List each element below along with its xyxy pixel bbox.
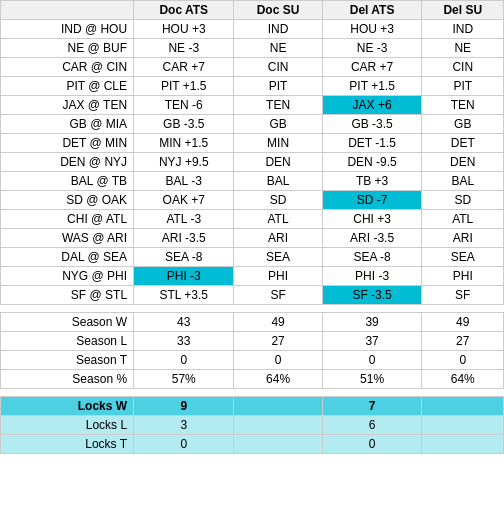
game-label: WAS @ ARI (1, 229, 134, 248)
del-su-value: SF (422, 286, 504, 305)
doc-ats-value: PIT +1.5 (134, 77, 234, 96)
doc-ats-value: TEN -6 (134, 96, 234, 115)
game-label: SF @ STL (1, 286, 134, 305)
del-ats-value: SF -3.5 (322, 286, 422, 305)
locks-t-row: Locks T 0 0 (1, 435, 504, 454)
doc-su-value: SF (234, 286, 322, 305)
del-ats-value: NE -3 (322, 39, 422, 58)
game-label: GB @ MIA (1, 115, 134, 134)
game-row: CAR @ CINCAR +7CINCAR +7CIN (1, 58, 504, 77)
doc-su-value: PIT (234, 77, 322, 96)
doc-ats-value: PHI -3 (134, 267, 234, 286)
season-l-del-su: 27 (422, 332, 504, 351)
game-row: NE @ BUFNE -3NENE -3NE (1, 39, 504, 58)
del-su-value: SD (422, 191, 504, 210)
locks-l-label: Locks L (1, 416, 134, 435)
header-del-su: Del SU (422, 1, 504, 20)
game-row: SD @ OAKOAK +7SDSD -7SD (1, 191, 504, 210)
game-label: CHI @ ATL (1, 210, 134, 229)
del-su-value: TEN (422, 96, 504, 115)
del-ats-value: CHI +3 (322, 210, 422, 229)
locks-l-del-ats: 6 (322, 416, 422, 435)
game-row: CHI @ ATLATL -3ATLCHI +3ATL (1, 210, 504, 229)
doc-su-value: SD (234, 191, 322, 210)
doc-ats-value: NYJ +9.5 (134, 153, 234, 172)
del-su-value: BAL (422, 172, 504, 191)
locks-l-del-su (422, 416, 504, 435)
locks-l-doc-ats: 3 (134, 416, 234, 435)
locks-header-row: Locks W 9 7 (1, 397, 504, 416)
season-l-doc-ats: 33 (134, 332, 234, 351)
season-pct-doc-su: 64% (234, 370, 322, 389)
del-su-value: PIT (422, 77, 504, 96)
season-t-doc-su: 0 (234, 351, 322, 370)
locks-w-label: Locks W (1, 397, 134, 416)
locks-w-del-su (422, 397, 504, 416)
doc-su-value: GB (234, 115, 322, 134)
season-pct-row: Season % 57% 64% 51% 64% (1, 370, 504, 389)
del-su-value: GB (422, 115, 504, 134)
locks-w-doc-su (234, 397, 322, 416)
doc-su-value: ATL (234, 210, 322, 229)
game-label: IND @ HOU (1, 20, 134, 39)
doc-su-value: MIN (234, 134, 322, 153)
header-del-ats: Del ATS (322, 1, 422, 20)
del-su-value: IND (422, 20, 504, 39)
season-l-doc-su: 27 (234, 332, 322, 351)
del-su-value: PHI (422, 267, 504, 286)
locks-l-row: Locks L 3 6 (1, 416, 504, 435)
locks-w-del-ats: 7 (322, 397, 422, 416)
del-su-value: ATL (422, 210, 504, 229)
del-ats-value: SEA -8 (322, 248, 422, 267)
game-row: BAL @ TBBAL -3BALTB +3BAL (1, 172, 504, 191)
game-label: CAR @ CIN (1, 58, 134, 77)
doc-su-value: BAL (234, 172, 322, 191)
del-ats-value: CAR +7 (322, 58, 422, 77)
doc-su-value: TEN (234, 96, 322, 115)
doc-ats-value: MIN +1.5 (134, 134, 234, 153)
season-w-del-ats: 39 (322, 313, 422, 332)
del-ats-value: SD -7 (322, 191, 422, 210)
doc-ats-value: HOU +3 (134, 20, 234, 39)
game-row: PIT @ CLEPIT +1.5PITPIT +1.5PIT (1, 77, 504, 96)
doc-ats-value: ARI -3.5 (134, 229, 234, 248)
header-doc-su: Doc SU (234, 1, 322, 20)
doc-ats-value: OAK +7 (134, 191, 234, 210)
del-su-value: NE (422, 39, 504, 58)
season-w-del-su: 49 (422, 313, 504, 332)
game-label: BAL @ TB (1, 172, 134, 191)
game-row: WAS @ ARIARI -3.5ARIARI -3.5ARI (1, 229, 504, 248)
season-pct-del-ats: 51% (322, 370, 422, 389)
del-ats-value: ARI -3.5 (322, 229, 422, 248)
del-su-value: CIN (422, 58, 504, 77)
season-t-row: Season T 0 0 0 0 (1, 351, 504, 370)
doc-su-value: NE (234, 39, 322, 58)
del-ats-value: HOU +3 (322, 20, 422, 39)
season-t-doc-ats: 0 (134, 351, 234, 370)
game-label: JAX @ TEN (1, 96, 134, 115)
season-w-label: Season W (1, 313, 134, 332)
del-su-value: DEN (422, 153, 504, 172)
game-row: DAL @ SEASEA -8SEASEA -8SEA (1, 248, 504, 267)
game-row: DEN @ NYJNYJ +9.5DENDEN -9.5DEN (1, 153, 504, 172)
game-row: NYG @ PHIPHI -3PHIPHI -3PHI (1, 267, 504, 286)
season-t-label: Season T (1, 351, 134, 370)
season-l-label: Season L (1, 332, 134, 351)
season-t-del-su: 0 (422, 351, 504, 370)
locks-t-doc-su (234, 435, 322, 454)
game-label: PIT @ CLE (1, 77, 134, 96)
del-ats-value: TB +3 (322, 172, 422, 191)
del-su-value: ARI (422, 229, 504, 248)
doc-ats-value: STL +3.5 (134, 286, 234, 305)
main-table: Doc ATS Doc SU Del ATS Del SU IND @ HOUH… (0, 0, 504, 454)
doc-su-value: SEA (234, 248, 322, 267)
doc-ats-value: ATL -3 (134, 210, 234, 229)
doc-su-value: CIN (234, 58, 322, 77)
season-w-doc-ats: 43 (134, 313, 234, 332)
game-label: NE @ BUF (1, 39, 134, 58)
doc-ats-value: CAR +7 (134, 58, 234, 77)
del-ats-value: DEN -9.5 (322, 153, 422, 172)
header-doc-ats: Doc ATS (134, 1, 234, 20)
game-row: IND @ HOUHOU +3INDHOU +3IND (1, 20, 504, 39)
game-row: GB @ MIAGB -3.5GBGB -3.5GB (1, 115, 504, 134)
